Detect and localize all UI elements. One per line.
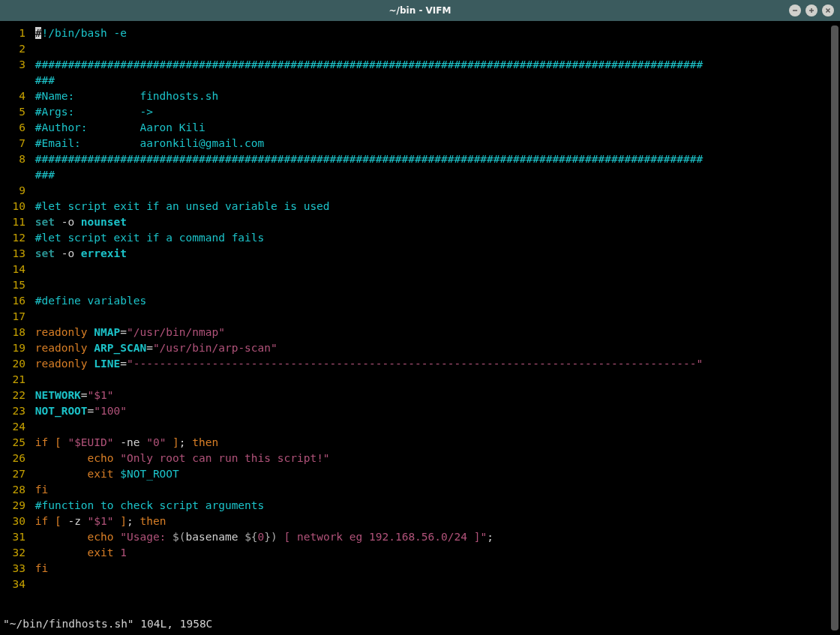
code-line[interactable]: 2 [0, 41, 840, 57]
code-line[interactable]: 27 exit $NOT_ROOT [0, 466, 840, 482]
code-line[interactable]: 7 #Email: aaronkili@gmail.com [0, 136, 840, 151]
code-content: #Name: findhosts.sh [35, 90, 218, 102]
code-line[interactable]: 28 fi [0, 482, 840, 498]
status-line: "~/bin/findhosts.sh" 104L, 1958C [3, 616, 212, 632]
maximize-button[interactable] [806, 4, 818, 16]
editor-area[interactable]: 1 #!/bin/bash -e2 3 ####################… [0, 21, 840, 635]
line-number: 20 [3, 356, 28, 372]
code-line[interactable]: 1 #!/bin/bash -e [0, 25, 840, 41]
line-number: 8 [3, 151, 28, 167]
code-content: readonly NMAP="/usr/bin/nmap" [35, 326, 225, 338]
line-number: 17 [3, 309, 28, 325]
code-content: #function to check script arguments [35, 499, 265, 511]
line-number: 3 [3, 57, 28, 73]
line-number: 24 [3, 419, 28, 435]
code-line[interactable]: 33 fi [0, 561, 840, 577]
line-number: 26 [3, 451, 28, 466]
line-number: 1 [3, 25, 28, 41]
code-line[interactable]: 10 #let script exit if an unsed variable… [0, 199, 840, 214]
code-content: echo "Only root can run this script!" [35, 452, 330, 464]
line-number: 22 [3, 388, 28, 403]
code-line[interactable]: 6 #Author: Aaron Kili [0, 120, 840, 136]
code-line[interactable]: 30 if [ -z "$1" ]; then [0, 514, 840, 529]
code-line[interactable]: 19 readonly ARP_SCAN="/usr/bin/arp-scan" [0, 340, 840, 356]
line-number: 16 [3, 293, 28, 309]
window-controls [789, 4, 834, 16]
code-line[interactable]: 11 set -o nounset [0, 214, 840, 230]
code-content: #let script exit if an unsed variable is… [35, 200, 330, 212]
code-content: NETWORK="$1" [35, 389, 114, 401]
code-content: readonly ARP_SCAN="/usr/bin/arp-scan" [35, 342, 278, 354]
code-content: ### [35, 169, 55, 181]
code-line[interactable]: 23 NOT_ROOT="100" [0, 403, 840, 419]
code-line[interactable]: 29 #function to check script arguments [0, 498, 840, 514]
code-line[interactable]: 5 #Args: -> [0, 104, 840, 120]
code-line[interactable]: ### [0, 167, 840, 183]
code-line[interactable]: 14 [0, 262, 840, 277]
line-number: 12 [3, 230, 28, 246]
line-number: 34 [3, 577, 28, 592]
code-content: ########################################… [35, 153, 703, 165]
line-number: 29 [3, 498, 28, 514]
code-line[interactable]: 20 readonly LINE="----------------------… [0, 356, 840, 372]
code-line[interactable]: 13 set -o errexit [0, 246, 840, 262]
code-line[interactable]: 26 echo "Only root can run this script!" [0, 451, 840, 466]
line-number: 30 [3, 514, 28, 529]
line-number: 2 [3, 41, 28, 57]
line-number: 15 [3, 277, 28, 293]
line-number: 19 [3, 340, 28, 356]
line-number: 25 [3, 435, 28, 451]
code-line[interactable]: 4 #Name: findhosts.sh [0, 88, 840, 104]
code-content: #define variables [35, 295, 146, 307]
code-content: set -o errexit [35, 247, 127, 259]
window-titlebar[interactable]: ~/bin - VIFM [0, 0, 840, 21]
line-number: 9 [3, 183, 28, 199]
code-content: echo "Usage: $(basename ${0}) [ network … [35, 531, 494, 543]
code-line[interactable]: 17 [0, 309, 840, 325]
code-line[interactable]: 31 echo "Usage: $(basename ${0}) [ netwo… [0, 529, 840, 545]
code-line[interactable]: 24 [0, 419, 840, 435]
line-number: 7 [3, 136, 28, 151]
line-number: 6 [3, 120, 28, 136]
code-content: #Args: -> [35, 106, 153, 118]
scrollbar[interactable] [831, 25, 838, 631]
line-number: 18 [3, 325, 28, 340]
code-line[interactable]: 22 NETWORK="$1" [0, 388, 840, 403]
code-content: fi [35, 484, 48, 496]
code-content: NOT_ROOT="100" [35, 405, 127, 417]
line-number: 10 [3, 199, 28, 214]
code-line[interactable]: 21 [0, 372, 840, 388]
line-number: 23 [3, 403, 28, 419]
code-line[interactable]: 9 [0, 183, 840, 199]
minimize-button[interactable] [789, 4, 801, 16]
code-content: ########################################… [35, 58, 703, 70]
code-content: ### [35, 74, 55, 86]
code-content: exit 1 [35, 547, 127, 559]
window-title: ~/bin - VIFM [389, 3, 452, 19]
code-content: set -o nounset [35, 216, 127, 228]
line-number: 31 [3, 529, 28, 545]
code-content: fi [35, 562, 48, 574]
code-content: readonly LINE="-------------------------… [35, 358, 703, 370]
code-content: if [ -z "$1" ]; then [35, 515, 166, 527]
line-number: 28 [3, 482, 28, 498]
code-line[interactable]: 25 if [ "$EUID" -ne "0" ]; then [0, 435, 840, 451]
code-line[interactable]: 34 [0, 577, 840, 592]
code-line[interactable]: 16 #define variables [0, 293, 840, 309]
line-number: 5 [3, 104, 28, 120]
line-number: 27 [3, 466, 28, 482]
line-number: 13 [3, 246, 28, 262]
code-line[interactable]: 32 exit 1 [0, 545, 840, 561]
line-number: 4 [3, 88, 28, 104]
line-number: 21 [3, 372, 28, 388]
code-line[interactable]: 3 ######################################… [0, 57, 840, 73]
code-content: if [ "$EUID" -ne "0" ]; then [35, 436, 219, 448]
code-line[interactable]: 8 ######################################… [0, 151, 840, 167]
line-number: 32 [3, 545, 28, 561]
code-line[interactable]: 12 #let script exit if a command fails [0, 230, 840, 246]
code-line[interactable]: 18 readonly NMAP="/usr/bin/nmap" [0, 325, 840, 340]
close-button[interactable] [822, 4, 834, 16]
code-line[interactable]: 15 [0, 277, 840, 293]
code-content: #Author: Aaron Kili [35, 121, 206, 133]
code-line[interactable]: ### [0, 73, 840, 88]
